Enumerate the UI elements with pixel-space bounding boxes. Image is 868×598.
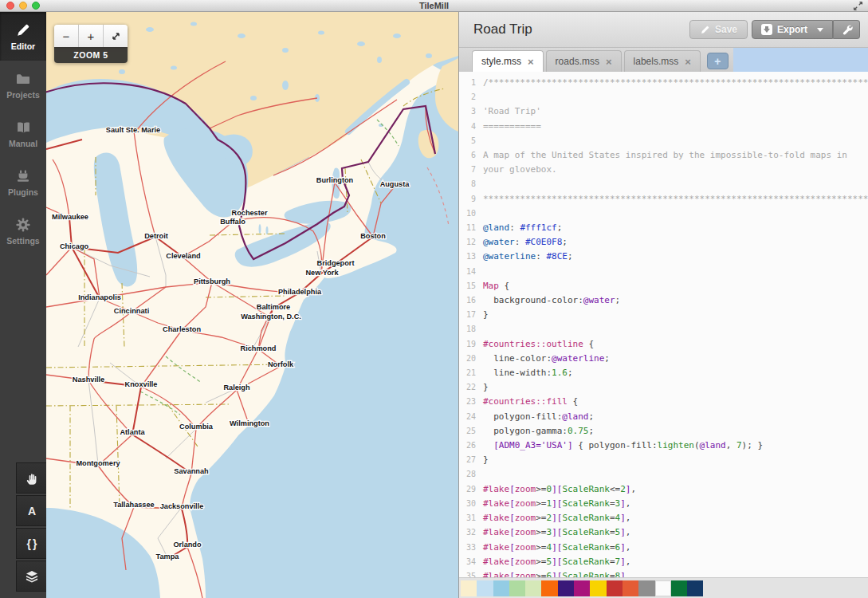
tab-roads-mss[interactable]: roads.mss ×	[546, 50, 622, 72]
close-tab-icon[interactable]: ×	[685, 57, 691, 67]
gear-icon	[15, 217, 31, 233]
map-zoom-control: − + ZOOM 5	[54, 25, 128, 63]
export-button-group: Export	[752, 20, 860, 39]
close-tab-icon[interactable]: ×	[528, 57, 534, 67]
tab-style-mss[interactable]: style.mss ×	[472, 50, 544, 72]
code-text[interactable]: @water: #C0E0F8;	[483, 235, 568, 250]
city-label: Chicago	[60, 242, 89, 250]
tab-labels-mss[interactable]: labels.mss ×	[624, 50, 701, 72]
sidebar-item-settings[interactable]: Settings	[0, 207, 46, 255]
palette-swatch[interactable]	[461, 580, 477, 596]
tab-bar: style.mss × roads.mss × labels.mss × +	[459, 48, 868, 72]
fullscreen-expand-icon[interactable]	[853, 1, 863, 11]
city-label: Wilmington	[230, 419, 269, 427]
code-text[interactable]: ****************************************…	[483, 192, 868, 207]
line-number: 9	[459, 192, 483, 207]
close-tab-icon[interactable]: ×	[606, 57, 612, 67]
palette-swatch[interactable]	[574, 580, 590, 596]
line-number: 29	[459, 482, 483, 497]
code-text[interactable]: #lake[zoom>=6][ScaleRank=8],	[483, 569, 630, 577]
palette-swatch[interactable]	[687, 580, 703, 596]
palette-swatch[interactable]	[655, 580, 671, 596]
save-button[interactable]: Save	[689, 20, 748, 39]
line-number: 5	[459, 134, 483, 148]
code-text[interactable]: ===========	[483, 120, 541, 134]
city-label: Columbia	[179, 423, 214, 431]
code-text[interactable]: your glovebox.	[483, 163, 557, 177]
code-text[interactable]: #lake[zoom>=4][ScaleRank=6],	[483, 541, 630, 555]
layers-icon	[25, 569, 39, 584]
chevron-down-icon[interactable]	[817, 28, 823, 32]
palette-swatch[interactable]	[638, 580, 654, 596]
project-title: Road Trip	[473, 22, 532, 37]
code-text[interactable]: /***************************************…	[483, 76, 868, 90]
code-text[interactable]: #countries::outline {	[483, 337, 594, 352]
code-line: 12@water: #C0E0F8;	[459, 235, 868, 250]
add-tab-button[interactable]: +	[707, 53, 729, 69]
code-text[interactable]: background-color:@water;	[483, 293, 620, 308]
palette-swatch[interactable]	[671, 580, 687, 596]
layers-button[interactable]	[16, 561, 46, 592]
palette-swatch[interactable]	[558, 580, 574, 596]
code-text[interactable]: A map of the United States inspired by t…	[483, 148, 847, 163]
code-line: 31#lake[zoom>=2][ScaleRank=4],	[459, 511, 868, 525]
basemap-graphic: Sault Ste. MarieMilwaukeeChicagoDetroitC…	[46, 12, 458, 598]
code-text[interactable]: #lake[zoom>=5][ScaleRank=7],	[483, 555, 630, 569]
code-line: 24 polygon-fill:@land;	[459, 410, 868, 424]
app-window: Editor Projects Manual Plugins Settings …	[0, 12, 868, 598]
tab-label: labels.mss	[634, 56, 679, 67]
code-text[interactable]: 'Road Trip'	[483, 104, 541, 119]
fonts-tool-button[interactable]: A	[16, 495, 46, 526]
line-number: 34	[459, 555, 483, 569]
palette-swatch[interactable]	[541, 580, 557, 596]
palette-swatch[interactable]	[607, 580, 623, 596]
export-button[interactable]: Export	[752, 20, 833, 39]
line-number: 26	[459, 439, 483, 453]
palette-swatch[interactable]	[590, 580, 606, 596]
code-text[interactable]: polygon-fill:@land;	[483, 410, 594, 424]
zoom-in-button[interactable]: +	[79, 25, 104, 47]
code-text[interactable]: line-color:@waterline;	[483, 352, 610, 366]
code-text[interactable]: #countries::fill {	[483, 395, 578, 409]
palette-swatch[interactable]	[509, 580, 525, 596]
zoom-extent-button[interactable]	[104, 25, 128, 47]
zoom-out-button[interactable]: −	[54, 25, 79, 47]
code-line: 21 line-width:1.6;	[459, 366, 868, 380]
carto-reference-button[interactable]: { }	[16, 528, 46, 559]
code-text[interactable]: @land: #fff1cf;	[483, 221, 562, 235]
palette-swatch[interactable]	[477, 580, 493, 596]
titlebar: TileMill	[0, 0, 868, 12]
city-label: Boston	[360, 232, 386, 240]
sidebar-item-editor[interactable]: Editor	[0, 12, 46, 61]
line-number: 13	[459, 250, 483, 264]
code-text[interactable]: #lake[zoom>=0][ScaleRank<=2],	[483, 482, 636, 497]
city-label: Cincinnati	[114, 307, 149, 315]
city-label: Bridgeport	[317, 259, 355, 267]
code-text[interactable]: polygon-gamma:0.75;	[483, 424, 594, 439]
palette-swatch[interactable]	[623, 580, 638, 596]
palette-swatch[interactable]	[493, 580, 509, 596]
map-canvas[interactable]: Sault Ste. MarieMilwaukeeChicagoDetroitC…	[46, 12, 458, 598]
sidebar-item-plugins[interactable]: Plugins	[0, 158, 46, 207]
code-text[interactable]: #lake[zoom>=3][ScaleRank=5],	[483, 525, 630, 540]
code-line: 19#countries::outline {	[459, 337, 868, 352]
code-text[interactable]: #lake[zoom>=1][ScaleRank=3],	[483, 497, 630, 511]
code-text[interactable]: [ADM0_A3='USA'] { polygon-fill:lighten(@…	[483, 439, 763, 453]
code-text[interactable]: line-width:1.6;	[483, 366, 573, 380]
palette-swatch[interactable]	[525, 580, 541, 596]
sidebar-item-manual[interactable]: Manual	[0, 109, 46, 158]
code-line: 7your glovebox.	[459, 163, 868, 177]
code-text[interactable]: }	[483, 308, 489, 322]
settings-wrench-button[interactable]	[833, 20, 860, 39]
code-text[interactable]: }	[483, 380, 489, 395]
line-number: 7	[459, 163, 483, 177]
sidebar-item-projects[interactable]: Projects	[0, 61, 46, 109]
code-text[interactable]: }	[483, 453, 489, 467]
code-text[interactable]: #lake[zoom>=2][ScaleRank=4],	[483, 511, 630, 525]
city-label: Savannah	[174, 467, 209, 475]
code-editor[interactable]: 1/**************************************…	[459, 72, 868, 577]
code-text[interactable]: Map {	[483, 279, 509, 293]
code-text[interactable]: @waterline: #8CE;	[483, 250, 573, 264]
pan-tool-button[interactable]	[16, 462, 46, 494]
window-title: TileMill	[0, 1, 868, 10]
